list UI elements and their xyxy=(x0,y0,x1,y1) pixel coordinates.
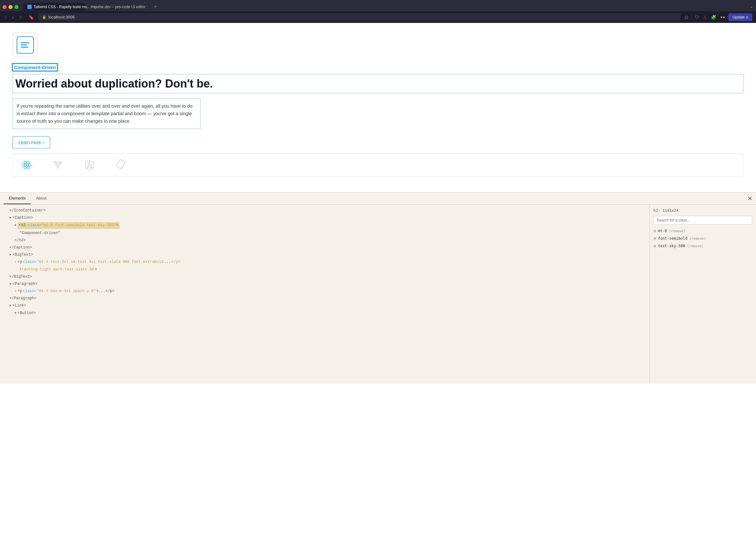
tree-line-p-classes: tracking-tight dark:text-slate-50> xyxy=(4,266,646,273)
vue-icon xyxy=(52,159,64,171)
properties-panel: h2: 1141x24 ⊖ mt-8 (remove) ⊖ font-semib… xyxy=(649,205,756,384)
close-button[interactable] xyxy=(3,5,7,9)
svg-marker-4 xyxy=(54,162,62,168)
svg-point-0 xyxy=(26,164,28,166)
react-icon xyxy=(20,159,33,171)
devtools-close-button[interactable]: ✕ xyxy=(748,195,752,202)
button-expand[interactable]: ▼ xyxy=(14,311,16,316)
tree-line-caption-close: </Caption> xyxy=(4,244,646,251)
devtools-body: </IconContainer> ▼ <Caption> ▼ <h2 class… xyxy=(0,205,756,384)
tree-line-p: › <p class="mt-4 text-3xl sm:text-4xl te… xyxy=(4,259,646,266)
traffic-lights xyxy=(3,5,19,9)
update-button[interactable]: Update ≡ xyxy=(728,13,752,21)
logo-line-1 xyxy=(21,42,29,43)
prop-semibold-remove[interactable]: (remove) xyxy=(689,237,706,241)
browser-chrome: Tailwind CSS - Rapidly build mo... ✕ imp… xyxy=(0,0,756,23)
prop-mt8: ⊖ mt-8 (remove) xyxy=(653,228,752,233)
svg-marker-7 xyxy=(87,162,92,168)
maximize-button[interactable] xyxy=(14,5,19,9)
logo-line-2 xyxy=(21,45,27,45)
tree-line-paragraph-p: › <p class="mt-4 max-w-3xl space-y-6">..… xyxy=(4,288,646,295)
framework-bar xyxy=(13,153,743,177)
prop-remove-sky-icon[interactable]: ⊖ xyxy=(653,243,656,248)
prop-sky-remove[interactable]: (remove) xyxy=(687,244,704,248)
section-description: If you're repeating the same utilities o… xyxy=(13,98,201,129)
prop-remove-semibold-icon[interactable]: ⊖ xyxy=(653,236,656,241)
devtools-tab-about[interactable]: About xyxy=(31,193,51,204)
prop-semibold-name: font-semibold xyxy=(658,236,687,241)
tab-bar: Tailwind CSS - Rapidly build mo... ✕ imp… xyxy=(0,0,756,11)
laravel-icon xyxy=(114,159,127,171)
prop-mt8-remove[interactable]: (remove) xyxy=(669,229,685,233)
prop-text-sky-500: ⊖ text-sky-500 (remove) xyxy=(653,243,752,248)
h2-expand[interactable]: ▼ xyxy=(14,223,16,228)
tree-line-bigtext-open: ▼ <BigText> xyxy=(4,251,646,259)
learn-more-label: Learn more xyxy=(19,140,41,145)
prop-sky-name: text-sky-500 xyxy=(658,244,685,248)
link-expand[interactable]: ▼ xyxy=(9,303,11,308)
screen-capture-icon[interactable]: ⊡ xyxy=(684,14,689,20)
tree-line-link-open: ▼ <Link> xyxy=(4,302,646,309)
tab-tailwind[interactable]: Tailwind CSS - Rapidly build mo... ✕ xyxy=(23,3,86,11)
logo-line-3 xyxy=(21,47,28,48)
h2-tag-highlighted: <h2 class="mt-8 font-semibold text-sky-5… xyxy=(18,222,120,229)
reload-button[interactable]: ↻ xyxy=(18,14,24,20)
tree-line-paragraph-close: </Paragraph> xyxy=(4,295,646,302)
class-search-input[interactable] xyxy=(653,216,752,225)
devtools-tab-elements-label: Elements xyxy=(9,196,26,200)
logo-inner xyxy=(17,36,34,54)
tree-line-bigtext-close: </BigText> xyxy=(4,273,646,280)
caption-expand[interactable]: ▼ xyxy=(9,216,11,221)
elements-panel: </IconContainer> ▼ <Caption> ▼ <h2 class… xyxy=(0,205,649,384)
extensions-icon[interactable]: 🧩 xyxy=(710,14,717,20)
forward-button[interactable]: › xyxy=(11,14,15,20)
page-content: Component-driven Worried about duplicati… xyxy=(0,23,756,192)
toolbar-divider xyxy=(691,15,692,20)
section-label: Component-driven xyxy=(13,64,57,71)
lock-icon: 🔒 xyxy=(42,15,46,19)
tailwind-icon xyxy=(27,5,32,9)
p-expand[interactable]: › xyxy=(14,260,16,265)
section-title-text: Worried about duplication? Don't be. xyxy=(15,77,213,90)
glasses-icon[interactable]: 👓 xyxy=(719,14,726,20)
devtools-tabs: Elements About ✕ xyxy=(0,193,756,205)
prop-font-semibold: ⊖ font-semibold (remove) xyxy=(653,236,752,241)
tree-line-1: </IconContainer> xyxy=(4,207,646,214)
new-tab-button[interactable]: + xyxy=(151,3,160,11)
toolbar-icons: ⊡ 🛡 ⚠ 🧩 👓 Update ≡ xyxy=(684,13,752,21)
prop-remove-mt8-icon[interactable]: ⊖ xyxy=(653,228,656,233)
paragraph-p-expand[interactable]: › xyxy=(14,289,16,294)
devtools-panel: Elements About ✕ </IconContainer> ▼ <Cap… xyxy=(0,192,756,384)
angular-icon xyxy=(83,159,96,171)
learn-more-button[interactable]: Learn more › xyxy=(13,136,50,148)
section-title: Worried about duplication? Don't be. xyxy=(13,74,743,93)
address-bar: ‹ › ↻ 🔖 🔒 localhost:3006 ⊡ 🛡 ⚠ 🧩 👓 Updat… xyxy=(0,11,756,23)
tab-tailwind-label: Tailwind CSS - Rapidly build mo... xyxy=(34,5,90,9)
tab-impulse-label: impulse.dev – yes-code UI editor xyxy=(91,5,146,9)
logo-lines xyxy=(21,42,29,48)
tree-line-h2-content: "Component-driven" xyxy=(4,230,646,237)
devtools-tab-about-label: About xyxy=(36,196,46,200)
prop-mt8-name: mt-8 xyxy=(658,229,667,233)
address-field[interactable]: 🔒 localhost:3006 xyxy=(38,13,681,21)
devtools-tab-elements[interactable]: Elements xyxy=(4,193,31,204)
back-button[interactable]: ‹ xyxy=(4,14,8,20)
bigtext-expand[interactable]: ▼ xyxy=(9,253,11,258)
tree-line-paragraph-open: ▼ <Paragraph> xyxy=(4,280,646,288)
bookmark-button[interactable]: 🔖 xyxy=(27,14,35,20)
learn-more-arrow-icon: › xyxy=(43,140,45,145)
alert-icon[interactable]: ⚠ xyxy=(702,14,708,20)
tab-impulse[interactable]: impulse.dev – yes-code UI editor xyxy=(86,3,149,11)
tab-bar-chevron: ⌄ xyxy=(749,3,753,11)
paragraph-expand[interactable]: ▼ xyxy=(9,282,11,287)
tree-line-2: ▼ <Caption> xyxy=(4,214,646,221)
tree-line-h2[interactable]: ▼ <h2 class="mt-8 font-semibold text-sky… xyxy=(4,221,646,229)
minimize-button[interactable] xyxy=(8,5,13,9)
address-text: localhost:3006 xyxy=(48,15,75,19)
update-button-label: Update xyxy=(732,15,745,19)
update-chevron-icon: ≡ xyxy=(746,15,748,19)
shield-icon[interactable]: 🛡 xyxy=(694,14,700,20)
prop-title: h2: 1141x24 xyxy=(653,208,752,213)
tree-line-button: ▼ <Button> xyxy=(4,310,646,317)
section-label-text: Component-driven xyxy=(14,65,56,70)
